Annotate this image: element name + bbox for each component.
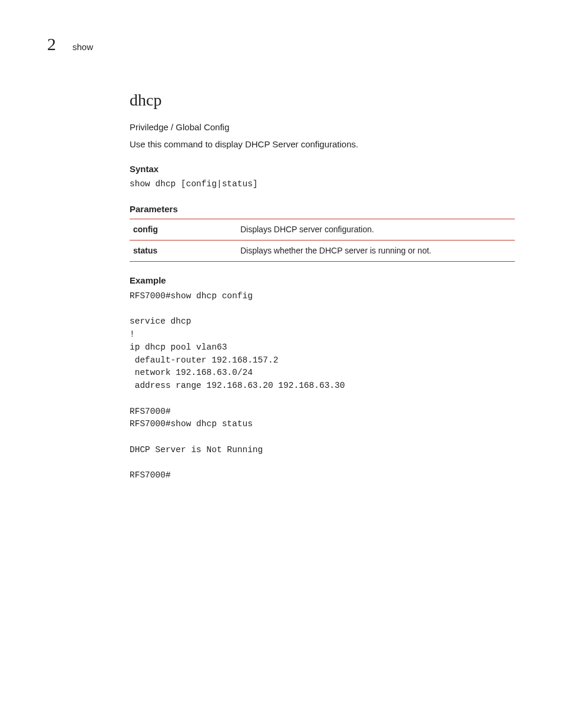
breadcrumb: show <box>72 41 93 53</box>
param-desc: Displays whether the DHCP server is runn… <box>237 240 515 261</box>
syntax-heading: Syntax <box>130 163 515 175</box>
table-row: config Displays DHCP server configuratio… <box>130 219 515 240</box>
param-name: status <box>130 240 237 261</box>
parameters-table: config Displays DHCP server configuratio… <box>130 219 515 262</box>
param-desc: Displays DHCP server configuration. <box>237 219 515 240</box>
syntax-code: show dhcp [config|status] <box>130 179 515 190</box>
table-row: status Displays whether the DHCP server … <box>130 240 515 261</box>
chapter-number: 2 <box>47 32 56 57</box>
page-title: dhcp <box>130 89 515 111</box>
example-code: RFS7000#show dhcp config service dhcp ! … <box>130 290 515 482</box>
page-header: 2 show <box>47 32 515 57</box>
content-body: dhcp Priviledge / Global Config Use this… <box>130 89 515 483</box>
parameters-heading: Parameters <box>130 203 515 215</box>
param-name: config <box>130 219 237 240</box>
page: 2 show dhcp Priviledge / Global Config U… <box>0 0 562 518</box>
description: Use this command to display DHCP Server … <box>130 139 515 150</box>
example-heading: Example <box>130 275 515 286</box>
context-line: Priviledge / Global Config <box>130 121 515 133</box>
